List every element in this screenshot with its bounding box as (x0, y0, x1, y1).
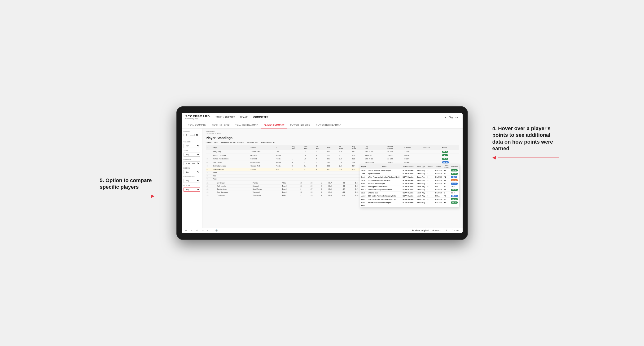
filter-division: Division: NCAA Division I (221, 141, 244, 143)
sidebar: No Rds. — Gender Men Year (All) (182, 129, 202, 228)
year-select[interactable]: (All) (184, 153, 200, 157)
share-icon: ⤴ (452, 229, 453, 232)
region-select[interactable]: N/A (184, 170, 200, 174)
col-vs25: Vs Top 25 (403, 145, 422, 150)
hover-col-player: Player (360, 164, 367, 169)
tab-player-h2h-heatmap[interactable]: PLAYER H2H HEATMAP (313, 122, 344, 129)
table-row: 4Luke ClantonFlorida StateSecond527268.2… (206, 161, 459, 164)
col-wins: Wins (326, 145, 338, 150)
player-select[interactable]: (All) (184, 187, 200, 191)
nav-bar: SCOREBOARD Powered by clippi TOURNAMENTS… (182, 113, 462, 122)
content-panel: Update time: 27/01/2024 16:56:26 Player … (202, 129, 462, 228)
col-player: Player (212, 145, 250, 150)
hover-table-row: Taylo (360, 204, 459, 207)
update-time-area: Update time: 27/01/2024 16:56:26 (206, 131, 221, 134)
tab-player-h2h-grid[interactable]: PLAYER H2H GRID (287, 122, 313, 129)
filter-conference: Conference: All (261, 141, 276, 143)
table-header-row: # Player School Yr RegRank ConfRank NoRd… (206, 145, 459, 150)
toolbar-watch[interactable]: 👁 Watch (432, 229, 442, 232)
hover-table-row: JacobUNCW Seahawk IntercollegiateNCAA Di… (360, 169, 459, 172)
tab-team-h2h-grid[interactable]: TEAM H2H GRID (209, 122, 232, 129)
logo-area: SCOREBOARD Powered by clippi (186, 115, 210, 120)
hover-inner-table: Player Event Event Division Event Type R… (360, 164, 459, 207)
nav-committee[interactable]: COMMITTEE (253, 116, 269, 119)
annotation-left: 5. Option to compare specific players ▶ (100, 177, 154, 199)
hover-col-rank: RankImpact (443, 164, 450, 169)
col-adj-score: Adj.Score (338, 145, 351, 150)
toolbar-settings[interactable]: ⚙ (195, 229, 199, 232)
sidebar-gender-label: Gender (184, 141, 200, 143)
nav-right: ◀ | Sign out (444, 116, 459, 119)
col-num: # (206, 145, 212, 150)
filter-row: Gender: Men Division: NCAA Division I Re… (206, 141, 459, 143)
hover-table-row: Luke ISEC Match Play hosted by Jerry Pat… (360, 194, 459, 197)
hover-col-type: Event Type (416, 164, 426, 169)
no-rds-max-input[interactable] (194, 134, 200, 136)
sidebar-no-rds-label: No Rds. (184, 131, 200, 133)
no-rds-min-input[interactable] (184, 134, 189, 136)
toolbar-view-btn[interactable]: 👁 View: Original (412, 229, 429, 232)
division-select[interactable]: NCAA Division I (184, 161, 200, 165)
rds-slider[interactable] (184, 139, 200, 139)
toolbar-more[interactable]: ⋯ (206, 229, 210, 232)
nav-tournaments[interactable]: TOURNAMENTS (216, 116, 235, 119)
logo-sub: Powered by clippi (186, 118, 210, 120)
col-school: School (250, 145, 275, 150)
nav-teams[interactable]: TEAMS (240, 116, 248, 119)
hover-col-event: Event (367, 164, 402, 169)
panel-header: Update time: 27/01/2024 16:56:26 (206, 131, 459, 134)
logo-title: SCOREBOARD (186, 115, 210, 118)
filter-region: Region: All (248, 141, 258, 143)
sidebar-player-label: Player (184, 185, 200, 186)
gender-select[interactable]: Men (184, 144, 200, 148)
sidebar-region-label: Region (184, 167, 200, 169)
sidebar-conference-label: Conference (184, 176, 200, 177)
tab-player-summary[interactable]: PLAYER SUMMARY (261, 122, 288, 129)
tablet-screen: SCOREBOARD Powered by clippi TOURNAMENTS… (182, 113, 462, 233)
tab-team-summary[interactable]: TEAM SUMMARY (186, 122, 209, 129)
filter-gender: Gender: Men (206, 141, 218, 143)
table-row: 2Michael La SassoOle MissSecond118067.1-… (206, 154, 459, 157)
toolbar-redo[interactable]: ↪ (190, 229, 194, 232)
hover-table-row: PitchSouthern Highlands CollegiateNCAA D… (360, 178, 459, 182)
sign-out-link[interactable]: Sign out (449, 116, 459, 119)
tablet-frame: SCOREBOARD Powered by clippi TOURNAMENTS… (176, 106, 468, 240)
hover-header-row: Player Event Event Division Event Type R… (360, 164, 459, 169)
panel-title: Player Standings (206, 136, 459, 140)
bottom-toolbar: ↩ ↪ ⚙ ⧉ ⋯ 🕐 👁 View: Original 👁 Watch (182, 228, 462, 233)
conference-select[interactable]: (All) (184, 179, 200, 183)
col-avg-par: Avgto-Par (351, 145, 364, 150)
col-conf-rank: ConfRank (303, 145, 315, 150)
hover-table-row: BrentWake Forest Invitational at Pinehur… (360, 175, 459, 178)
col-vs50: Vs Top 50 (422, 145, 441, 150)
toolbar-download[interactable]: ⬇ (444, 229, 448, 232)
hover-table-row: Jake IThe Cypress Point ClassicNCAA Divi… (360, 185, 459, 188)
toolbar-copy[interactable]: ⧉ (201, 229, 204, 232)
toolbar-undo[interactable]: ↩ (184, 229, 188, 232)
col-points: Points (441, 145, 459, 150)
sub-nav: TEAM SUMMARY TEAM H2H GRID TEAM H2H HEAT… (182, 122, 462, 129)
update-time-label: Update time: (206, 131, 221, 133)
hover-col-rounds: Rounds (426, 164, 434, 169)
sidebar-year-label: Year (184, 150, 200, 151)
hover-table-row: TigerSEC Stroke Play hosted by Jerry Pat… (360, 197, 459, 201)
hover-table-row: MattlMirabel Maui Jim IntercollegiateNCA… (360, 201, 459, 204)
toolbar-clock[interactable]: 🕐 (214, 229, 219, 232)
toolbar-share[interactable]: ⤴ Share (450, 229, 460, 232)
toolbar-separator (212, 229, 212, 232)
tab-team-h2h-heatmap[interactable]: TEAM H2H HEATMAP (232, 122, 261, 129)
main-content: No Rds. — Gender Men Year (All) (182, 129, 462, 228)
hover-col-division: Event Division (402, 164, 416, 169)
annotation-right: 4. Hover over a player's points to see a… (492, 125, 558, 161)
table-row: 3Michael ThorbjornsenStanfordFourth11806… (206, 157, 459, 161)
hover-table-row: GordiTiger InvitationalNCAA Division ISt… (360, 172, 459, 175)
hover-col-points: W Points (450, 164, 459, 169)
nav-links: TOURNAMENTS TEAMS COMMITTEE (216, 116, 444, 119)
sidebar-division-label: Division (184, 159, 200, 160)
table-row: 1Wenyi DingArizona StateFirst115161.1-3.… (206, 150, 459, 154)
col-no-rds: NoRds. (315, 145, 326, 150)
toolbar-right: 👁 View: Original 👁 Watch ⬇ ⤴ Share (412, 229, 460, 232)
eye-icon: 👁 (412, 229, 414, 232)
col-avg-sg: AvgSG (364, 145, 386, 150)
hover-col-status: Status (434, 164, 443, 169)
